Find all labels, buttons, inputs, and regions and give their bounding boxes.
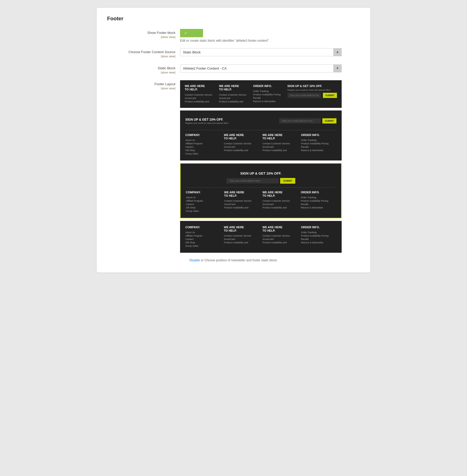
fp4-col4: ORDER INFO. Order Tracking Product Avail…	[301, 226, 336, 248]
fp1-col2-link3: Product Availability and	[219, 100, 250, 103]
fp1-signup-sub: Register your email for news and special…	[287, 89, 337, 91]
fp4-col4-title: ORDER INFO.	[301, 226, 336, 229]
fp2-col4: ORDER INFO. Order Tracking Product Avail…	[301, 133, 336, 156]
footer-preview-1[interactable]: WE ARE HERETO HELP. Contact Customer Ser…	[180, 80, 342, 108]
fp1-col1-title: WE ARE HERETO HELP.	[185, 84, 216, 91]
fp1-col3: ORDER INFO. Order Tracking Product Avail…	[253, 84, 285, 103]
footer-preview-4[interactable]: COMPANY. About Us Affiliate Program Care…	[180, 221, 342, 253]
fp1-col1-link2: ScoreCard	[185, 97, 216, 100]
fp2-4col: COMPANY. About Us Affiliate Program Care…	[185, 133, 336, 156]
fp2-col4-title: ORDER INFO.	[301, 133, 336, 137]
fp1-col4: SIGN UP & GET 10% OFF. Register your ema…	[287, 84, 337, 103]
fp2-lower-section: COMPANY. About Us Affiliate Program Care…	[185, 130, 336, 156]
footer-preview-3[interactable]: SIGN UP & GET 10% OFF. SUBMIT COMPANY. A…	[180, 163, 342, 218]
static-block-select[interactable]: Athlete2 Footer Content - CA	[180, 64, 342, 72]
fp3-col4: ORDER INFO. Order Tracking Product Avail…	[301, 191, 336, 213]
fp4-col1: COMPANY. About Us Affiliate Program Care…	[185, 226, 221, 248]
fp4-col2-title: WE ARE HERETO HELP.	[224, 226, 259, 232]
footer-layout-row: Footer Layout [store view] WE ARE HERETO…	[107, 80, 360, 253]
fp1-col3-link3: Recalls	[253, 97, 285, 99]
fp1-col2-link1: Contact Customer Service	[219, 94, 250, 96]
fp2-col3: WE ARE HERETO HELP. Contact Customer Ser…	[262, 133, 298, 156]
fp1-col2-title: WE ARE HERETO HELP.	[219, 84, 250, 91]
fp2-col1-title: COMPANY.	[185, 133, 221, 137]
fp1-col3-title: ORDER INFO.	[253, 84, 285, 88]
fp3-col1-title: COMPANY.	[186, 191, 221, 194]
show-footer-block-control: ✓ Edit or create static block with ident…	[180, 29, 360, 42]
static-block-select-wrapper: Athlete2 Footer Content - CA ▼	[180, 64, 342, 72]
fp3-col3-title: WE ARE HERETO HELP.	[262, 191, 298, 197]
fp1-signup-title: SIGN UP & GET 10% OFF.	[287, 84, 337, 88]
fp3-email-input[interactable]	[226, 178, 279, 183]
fp4-col3: WE ARE HERETO HELP. Contact Customer Ser…	[262, 226, 298, 248]
toggle-container: ✓	[180, 29, 360, 37]
page-title: Footer	[107, 16, 360, 22]
fp4-col2: WE ARE HERETO HELP. Contact Customer Ser…	[224, 226, 259, 248]
fp1-col1: WE ARE HERETO HELP. Contact Customer Ser…	[185, 84, 216, 103]
fp4-col1-title: COMPANY.	[185, 226, 221, 229]
footer-content-source-select-wrapper: Static Block Custom ▼	[180, 48, 342, 56]
footer-content-source-control: Static Block Custom ▼	[180, 48, 360, 56]
fp2-signup-bar-right: SUBMIT	[279, 118, 337, 123]
toggle-on-button[interactable]: ✓	[180, 29, 192, 37]
fp3-col1: COMPANY. About Us Affiliate Program Care…	[186, 191, 221, 213]
fp3-lower-section: COMPANY. About Us Affiliate Program Care…	[186, 187, 336, 213]
footer-content-source-label: Choose Footer Content Source [store view…	[107, 48, 180, 59]
footer-content-source-select[interactable]: Static Block Custom	[180, 48, 342, 56]
fp1-grid: WE ARE HERETO HELP. Contact Customer Ser…	[185, 84, 337, 103]
fp2-col2: WE ARE HERETO HELP. Contact Customer Ser…	[224, 133, 259, 156]
fp4-col3-title: WE ARE HERETO HELP.	[262, 226, 298, 232]
static-block-row: Static Block [store view] Athlete2 Foote…	[107, 64, 360, 75]
bottom-note: Disable or Choose position of newsletter…	[107, 258, 360, 262]
fp2-signup-sub: Register your email for news and special…	[185, 122, 229, 124]
fp2-signup-bar-left: SIGN UP & GET 10% OFF. Register your ema…	[185, 118, 229, 124]
fp2-col3-title: WE ARE HERETO HELP.	[262, 133, 298, 140]
fp1-email-row: SUBMIT	[287, 93, 337, 98]
fp2-signup-bar: SIGN UP & GET 10% OFF. Register your ema…	[185, 115, 336, 127]
fp1-col2-link2: ScoreCard	[219, 97, 250, 100]
fp3-col3: WE ARE HERETO HELP. Contact Customer Ser…	[262, 191, 298, 213]
fp1-email-input[interactable]	[287, 93, 321, 98]
fp3-email-row: SUBMIT	[186, 178, 336, 184]
fp3-signup-title: SIGN UP & GET 10% OFF.	[186, 171, 336, 175]
footer-layout-label: Footer Layout [store view]	[107, 80, 180, 91]
footer-block-hint: Edit or create static block with identif…	[180, 39, 360, 42]
fp3-col2-title: WE ARE HERETO HELP.	[224, 191, 259, 197]
fp4-4col: COMPANY. About Us Affiliate Program Care…	[185, 226, 336, 248]
fp1-col2: WE ARE HERETO HELP. Contact Customer Ser…	[219, 84, 250, 103]
footer-content-source-row: Choose Footer Content Source [store view…	[107, 48, 360, 59]
fp2-col2-title: WE ARE HERETO HELP.	[224, 133, 259, 140]
checkmark-icon: ✓	[184, 31, 187, 35]
static-block-label: Static Block [store view]	[107, 64, 180, 75]
fp2-email-input[interactable]	[279, 118, 321, 123]
bottom-note-remainder: or Choose position of newsletter and foo…	[201, 258, 278, 262]
fp2-col1: COMPANY. About Us Affiliate Program Care…	[185, 133, 221, 156]
fp3-centered-signup: SIGN UP & GET 10% OFF. SUBMIT	[186, 168, 336, 187]
show-footer-block-label: Show Footer block [store view]	[107, 29, 180, 39]
fp2-signup-title: SIGN UP & GET 10% OFF.	[185, 118, 229, 121]
fp1-col3-link2: Product Availability Pricing	[253, 93, 285, 96]
fp1-col3-link4: Returns & Warranties	[253, 100, 285, 103]
fp1-col1-link1: Contact Customer Service	[185, 94, 216, 96]
show-footer-block-row: Show Footer block [store view] ✓ Edit or…	[107, 29, 360, 42]
footer-preview-2[interactable]: SIGN UP & GET 10% OFF. Register your ema…	[180, 110, 342, 160]
footer-previews: WE ARE HERETO HELP. Contact Customer Ser…	[180, 80, 360, 253]
toggle-off-button[interactable]	[192, 29, 203, 37]
fp3-4col: COMPANY. About Us Affiliate Program Care…	[186, 191, 336, 213]
fp3-col2: WE ARE HERETO HELP. Contact Customer Ser…	[224, 191, 259, 213]
fp1-col1-link3: Product Availability and	[185, 100, 216, 103]
disable-link[interactable]: Disable	[189, 258, 200, 262]
fp3-submit-button[interactable]: SUBMIT	[280, 178, 296, 184]
static-block-control: Athlete2 Footer Content - CA ▼	[180, 64, 360, 72]
page-container: Footer Show Footer block [store view] ✓ …	[97, 8, 370, 273]
fp1-submit-button[interactable]: SUBMIT	[323, 93, 337, 98]
fp1-col3-link1: Order Tracking	[253, 90, 285, 92]
fp3-col4-title: ORDER INFO.	[301, 191, 336, 194]
fp2-submit-button[interactable]: SUBMIT	[322, 118, 337, 123]
